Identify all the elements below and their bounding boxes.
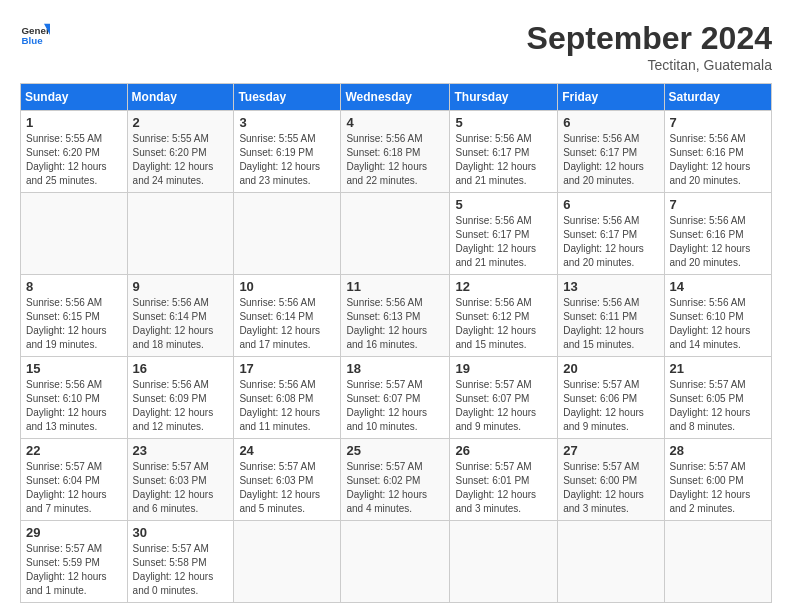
day-number: 13 [563, 279, 658, 294]
table-cell: 20Sunrise: 5:57 AMSunset: 6:06 PMDayligh… [558, 357, 664, 439]
day-info: Sunrise: 5:55 AMSunset: 6:20 PMDaylight:… [26, 132, 122, 188]
table-cell: 5Sunrise: 5:56 AMSunset: 6:17 PMDaylight… [450, 111, 558, 193]
table-cell: 30Sunrise: 5:57 AMSunset: 5:58 PMDayligh… [127, 521, 234, 603]
day-info: Sunrise: 5:55 AMSunset: 6:20 PMDaylight:… [133, 132, 229, 188]
day-info: Sunrise: 5:56 AMSunset: 6:10 PMDaylight:… [670, 296, 766, 352]
table-cell: 24Sunrise: 5:57 AMSunset: 6:03 PMDayligh… [234, 439, 341, 521]
table-cell: 5Sunrise: 5:56 AMSunset: 6:17 PMDaylight… [450, 193, 558, 275]
day-info: Sunrise: 5:57 AMSunset: 6:05 PMDaylight:… [670, 378, 766, 434]
day-info: Sunrise: 5:56 AMSunset: 6:11 PMDaylight:… [563, 296, 658, 352]
calendar-row: 5Sunrise: 5:56 AMSunset: 6:17 PMDaylight… [21, 193, 772, 275]
table-cell: 7Sunrise: 5:56 AMSunset: 6:16 PMDaylight… [664, 193, 771, 275]
day-number: 11 [346, 279, 444, 294]
day-info: Sunrise: 5:56 AMSunset: 6:14 PMDaylight:… [133, 296, 229, 352]
day-info: Sunrise: 5:57 AMSunset: 6:07 PMDaylight:… [455, 378, 552, 434]
day-info: Sunrise: 5:56 AMSunset: 6:16 PMDaylight:… [670, 132, 766, 188]
day-number: 2 [133, 115, 229, 130]
day-number: 10 [239, 279, 335, 294]
day-number: 17 [239, 361, 335, 376]
month-title: September 2024 [527, 20, 772, 57]
table-cell: 7Sunrise: 5:56 AMSunset: 6:16 PMDaylight… [664, 111, 771, 193]
day-info: Sunrise: 5:57 AMSunset: 6:03 PMDaylight:… [133, 460, 229, 516]
day-number: 20 [563, 361, 658, 376]
day-info: Sunrise: 5:56 AMSunset: 6:14 PMDaylight:… [239, 296, 335, 352]
table-cell: 4Sunrise: 5:56 AMSunset: 6:18 PMDaylight… [341, 111, 450, 193]
day-number: 22 [26, 443, 122, 458]
table-cell: 3Sunrise: 5:55 AMSunset: 6:19 PMDaylight… [234, 111, 341, 193]
table-cell: 17Sunrise: 5:56 AMSunset: 6:08 PMDayligh… [234, 357, 341, 439]
day-info: Sunrise: 5:56 AMSunset: 6:08 PMDaylight:… [239, 378, 335, 434]
table-cell [234, 521, 341, 603]
day-info: Sunrise: 5:57 AMSunset: 6:04 PMDaylight:… [26, 460, 122, 516]
day-number: 7 [670, 115, 766, 130]
col-saturday: Saturday [664, 84, 771, 111]
day-number: 8 [26, 279, 122, 294]
day-info: Sunrise: 5:56 AMSunset: 6:12 PMDaylight:… [455, 296, 552, 352]
day-number: 19 [455, 361, 552, 376]
title-area: September 2024 Tectitan, Guatemala [527, 20, 772, 73]
day-number: 30 [133, 525, 229, 540]
day-number: 29 [26, 525, 122, 540]
day-info: Sunrise: 5:56 AMSunset: 6:17 PMDaylight:… [563, 132, 658, 188]
table-cell: 10Sunrise: 5:56 AMSunset: 6:14 PMDayligh… [234, 275, 341, 357]
day-info: Sunrise: 5:57 AMSunset: 5:59 PMDaylight:… [26, 542, 122, 598]
table-cell: 28Sunrise: 5:57 AMSunset: 6:00 PMDayligh… [664, 439, 771, 521]
header-row: Sunday Monday Tuesday Wednesday Thursday… [21, 84, 772, 111]
day-info: Sunrise: 5:57 AMSunset: 6:03 PMDaylight:… [239, 460, 335, 516]
table-cell [664, 521, 771, 603]
day-number: 7 [670, 197, 766, 212]
day-number: 16 [133, 361, 229, 376]
day-number: 9 [133, 279, 229, 294]
table-cell [450, 521, 558, 603]
table-cell: 25Sunrise: 5:57 AMSunset: 6:02 PMDayligh… [341, 439, 450, 521]
day-info: Sunrise: 5:56 AMSunset: 6:16 PMDaylight:… [670, 214, 766, 270]
day-number: 3 [239, 115, 335, 130]
table-cell: 1Sunrise: 5:55 AMSunset: 6:20 PMDaylight… [21, 111, 128, 193]
logo: General Blue [20, 20, 50, 50]
day-info: Sunrise: 5:56 AMSunset: 6:10 PMDaylight:… [26, 378, 122, 434]
table-cell: 2Sunrise: 5:55 AMSunset: 6:20 PMDaylight… [127, 111, 234, 193]
day-number: 23 [133, 443, 229, 458]
day-number: 1 [26, 115, 122, 130]
table-cell [21, 193, 128, 275]
day-number: 28 [670, 443, 766, 458]
day-number: 4 [346, 115, 444, 130]
table-cell: 22Sunrise: 5:57 AMSunset: 6:04 PMDayligh… [21, 439, 128, 521]
table-cell: 6Sunrise: 5:56 AMSunset: 6:17 PMDaylight… [558, 111, 664, 193]
day-info: Sunrise: 5:56 AMSunset: 6:17 PMDaylight:… [455, 132, 552, 188]
day-info: Sunrise: 5:56 AMSunset: 6:18 PMDaylight:… [346, 132, 444, 188]
day-info: Sunrise: 5:56 AMSunset: 6:09 PMDaylight:… [133, 378, 229, 434]
day-number: 14 [670, 279, 766, 294]
day-number: 12 [455, 279, 552, 294]
svg-text:Blue: Blue [22, 35, 44, 46]
calendar-table: Sunday Monday Tuesday Wednesday Thursday… [20, 83, 772, 603]
table-cell [341, 521, 450, 603]
col-wednesday: Wednesday [341, 84, 450, 111]
day-number: 27 [563, 443, 658, 458]
day-number: 25 [346, 443, 444, 458]
day-info: Sunrise: 5:57 AMSunset: 5:58 PMDaylight:… [133, 542, 229, 598]
table-cell [558, 521, 664, 603]
col-friday: Friday [558, 84, 664, 111]
table-cell: 18Sunrise: 5:57 AMSunset: 6:07 PMDayligh… [341, 357, 450, 439]
table-cell: 23Sunrise: 5:57 AMSunset: 6:03 PMDayligh… [127, 439, 234, 521]
day-info: Sunrise: 5:57 AMSunset: 6:00 PMDaylight:… [563, 460, 658, 516]
table-cell: 15Sunrise: 5:56 AMSunset: 6:10 PMDayligh… [21, 357, 128, 439]
table-cell: 13Sunrise: 5:56 AMSunset: 6:11 PMDayligh… [558, 275, 664, 357]
header: General Blue September 2024 Tectitan, Gu… [20, 20, 772, 73]
calendar-row: 22Sunrise: 5:57 AMSunset: 6:04 PMDayligh… [21, 439, 772, 521]
day-number: 6 [563, 197, 658, 212]
table-cell: 16Sunrise: 5:56 AMSunset: 6:09 PMDayligh… [127, 357, 234, 439]
day-info: Sunrise: 5:55 AMSunset: 6:19 PMDaylight:… [239, 132, 335, 188]
table-cell: 14Sunrise: 5:56 AMSunset: 6:10 PMDayligh… [664, 275, 771, 357]
table-cell: 27Sunrise: 5:57 AMSunset: 6:00 PMDayligh… [558, 439, 664, 521]
day-number: 18 [346, 361, 444, 376]
day-info: Sunrise: 5:56 AMSunset: 6:13 PMDaylight:… [346, 296, 444, 352]
table-cell: 12Sunrise: 5:56 AMSunset: 6:12 PMDayligh… [450, 275, 558, 357]
location-subtitle: Tectitan, Guatemala [527, 57, 772, 73]
day-number: 5 [455, 197, 552, 212]
day-info: Sunrise: 5:56 AMSunset: 6:17 PMDaylight:… [563, 214, 658, 270]
table-cell [127, 193, 234, 275]
col-monday: Monday [127, 84, 234, 111]
day-number: 24 [239, 443, 335, 458]
